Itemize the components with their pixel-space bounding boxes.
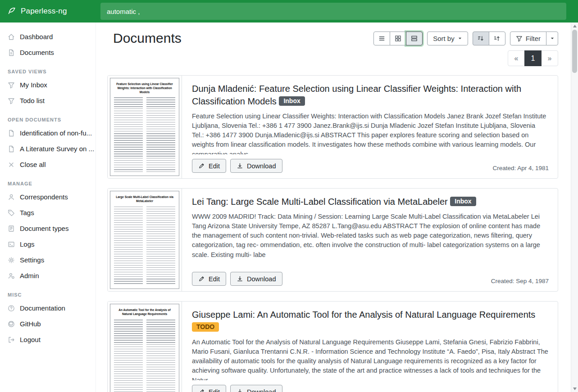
document-excerpt: WWW 2009 MADRID! Track: Data Mining / Se… bbox=[192, 212, 549, 267]
thumbnail-text-lines bbox=[114, 320, 175, 392]
document-card: Feature Selection using Linear Classifie… bbox=[107, 75, 558, 179]
sidebar-item-label: Todo list bbox=[20, 97, 45, 104]
pagination-page-1-button[interactable]: 1 bbox=[524, 50, 542, 66]
document-title-text: Lei Tang: Large Scale Multi-Label Classi… bbox=[192, 197, 448, 207]
thumbnail-text-lines bbox=[114, 97, 175, 172]
edit-button[interactable]: Edit bbox=[192, 385, 226, 392]
download-button[interactable]: Download bbox=[230, 272, 282, 286]
edit-button[interactable]: Edit bbox=[192, 159, 226, 173]
edit-button[interactable]: Edit bbox=[192, 272, 226, 286]
vertical-scrollbar[interactable] bbox=[571, 23, 578, 392]
sidebar-item-logout[interactable]: Logout bbox=[0, 332, 96, 347]
document-title-text: Dunja Mladenić: Feature Selection using … bbox=[192, 84, 521, 106]
document-card: An Automatic Tool for the Analysis of Na… bbox=[107, 301, 558, 392]
pagination-prev-button[interactable]: « bbox=[508, 50, 525, 66]
sidebar-item-close-all[interactable]: Close all bbox=[0, 157, 96, 172]
file-icon bbox=[8, 130, 15, 137]
filter-button[interactable]: Filter bbox=[510, 32, 546, 45]
thumbnail-title: Large Scale Multi-Label Classification v… bbox=[114, 195, 175, 203]
download-icon bbox=[237, 162, 243, 169]
sidebar: Dashboard Documents SAVED VIEWS My Inbox… bbox=[0, 23, 96, 392]
document-title[interactable]: Lei Tang: Large Scale Multi-Label Classi… bbox=[192, 195, 549, 208]
top-navbar: Paperless-ng bbox=[0, 0, 578, 23]
view-list-button[interactable] bbox=[373, 32, 390, 45]
download-icon bbox=[237, 275, 243, 282]
details-view-icon bbox=[411, 35, 418, 42]
edit-label: Edit bbox=[209, 275, 220, 283]
download-button[interactable]: Download bbox=[230, 385, 282, 392]
pagination-next-button[interactable]: » bbox=[541, 50, 558, 66]
pencil-icon bbox=[198, 275, 205, 282]
tag-icon bbox=[8, 209, 15, 216]
sort-by-label: Sort by bbox=[433, 35, 455, 42]
sidebar-item-label: Tags bbox=[20, 209, 34, 216]
dashboard-icon bbox=[8, 33, 15, 41]
sidebar-item-label: A Literature Survey on ... bbox=[20, 145, 94, 153]
logout-icon bbox=[8, 336, 15, 343]
sidebar-item-documents[interactable]: Documents bbox=[0, 45, 96, 60]
sidebar-item-admin[interactable]: Admin bbox=[0, 268, 96, 284]
created-date: Created: Apr 4, 1981 bbox=[492, 165, 549, 173]
scrollbar-thumb[interactable] bbox=[572, 30, 577, 73]
sort-direction-group bbox=[473, 32, 505, 45]
paperless-logo-icon bbox=[7, 6, 17, 16]
thumbnail-title: Feature Selection using Linear Classifie… bbox=[114, 82, 175, 94]
download-button[interactable]: Download bbox=[230, 159, 282, 173]
sort-by-button[interactable]: Sort by bbox=[427, 32, 468, 45]
document-thumbnail[interactable]: Feature Selection using Linear Classifie… bbox=[108, 76, 182, 178]
sort-descending-button[interactable] bbox=[473, 32, 489, 45]
document-thumbnail[interactable]: An Automatic Tool for the Analysis of Na… bbox=[108, 302, 182, 392]
tag-badge-todo[interactable]: TODO bbox=[192, 322, 219, 332]
filter-icon bbox=[8, 81, 15, 89]
list-view-icon bbox=[378, 35, 385, 42]
document-title[interactable]: Giuseppe Lami: An Automatic Tool for the… bbox=[192, 308, 549, 333]
tag-badge-inbox[interactable]: Inbox bbox=[279, 96, 305, 106]
sidebar-item-open-doc-1[interactable]: Identification of non-fu... bbox=[0, 125, 96, 141]
documents-toolbar: Sort by Filter bbox=[373, 32, 558, 45]
sidebar-item-label: Dashboard bbox=[20, 33, 53, 41]
sidebar-item-settings[interactable]: Settings bbox=[0, 252, 96, 268]
sidebar-item-open-doc-2[interactable]: A Literature Survey on ... bbox=[0, 141, 96, 157]
documents-icon bbox=[8, 49, 15, 56]
sidebar-item-logs[interactable]: Logs bbox=[0, 236, 96, 252]
view-details-button[interactable] bbox=[406, 32, 423, 45]
app-brand[interactable]: Paperless-ng bbox=[0, 6, 96, 16]
sidebar-item-tags[interactable]: Tags bbox=[0, 205, 96, 221]
chevron-down-icon bbox=[550, 36, 555, 41]
sidebar-item-todo-list[interactable]: Todo list bbox=[0, 93, 96, 108]
tag-badge-inbox[interactable]: Inbox bbox=[450, 197, 476, 206]
sidebar-item-label: Correspondents bbox=[20, 193, 68, 201]
help-icon bbox=[8, 305, 15, 312]
sidebar-item-documentation[interactable]: Documentation bbox=[0, 300, 96, 316]
sidebar-item-document-types[interactable]: Document types bbox=[0, 221, 96, 236]
sidebar-item-label: Document types bbox=[20, 225, 68, 232]
file-icon bbox=[8, 145, 15, 153]
download-icon bbox=[237, 388, 243, 392]
edit-label: Edit bbox=[209, 388, 220, 392]
gear-icon bbox=[8, 257, 15, 264]
view-grid-button[interactable] bbox=[390, 32, 406, 45]
global-search-input[interactable] bbox=[100, 3, 566, 20]
page-title: Documents bbox=[107, 31, 182, 46]
scrollbar-up-arrow[interactable] bbox=[571, 23, 578, 29]
view-switcher bbox=[373, 32, 423, 45]
sidebar-item-github[interactable]: GitHub bbox=[0, 316, 96, 332]
sidebar-heading-saved-views: SAVED VIEWS bbox=[8, 69, 88, 74]
edit-label: Edit bbox=[209, 162, 220, 170]
scrollbar-down-arrow[interactable] bbox=[571, 385, 578, 392]
document-excerpt: Feature Selection using Linear Classifie… bbox=[192, 112, 549, 154]
document-title[interactable]: Dunja Mladenić: Feature Selection using … bbox=[192, 82, 549, 108]
filter-icon bbox=[8, 97, 15, 104]
sidebar-heading-open-documents: OPEN DOCUMENTS bbox=[8, 117, 88, 122]
person-icon bbox=[8, 194, 15, 201]
sidebar-item-label: Settings bbox=[20, 256, 44, 264]
sidebar-item-correspondents[interactable]: Correspondents bbox=[0, 189, 96, 205]
filter-dropdown-button[interactable] bbox=[546, 32, 558, 45]
sort-ascending-button[interactable] bbox=[489, 32, 505, 45]
document-thumbnail[interactable]: Large Scale Multi-Label Classification v… bbox=[108, 189, 182, 291]
sidebar-item-my-inbox[interactable]: My Inbox bbox=[0, 77, 96, 93]
sidebar-item-label: Documents bbox=[20, 49, 54, 56]
sidebar-item-dashboard[interactable]: Dashboard bbox=[0, 29, 96, 45]
pencil-icon bbox=[198, 388, 205, 392]
thumbnail-text-lines bbox=[114, 207, 175, 285]
